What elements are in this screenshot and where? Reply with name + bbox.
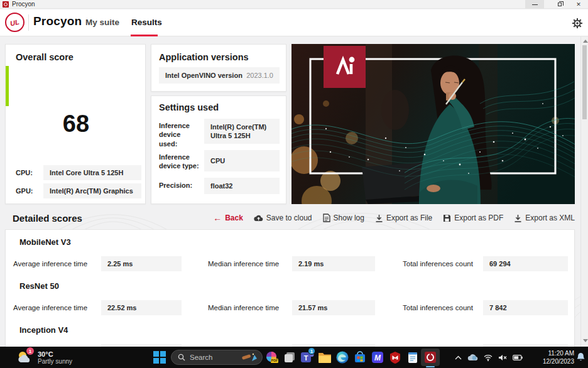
taskbar-app-mcafee[interactable] [388,350,403,365]
back-button[interactable]: ← Back [213,213,243,223]
search-placeholder: Search [190,354,236,361]
tab-results[interactable]: Results [131,18,162,27]
notification-bell-icon[interactable] [577,352,585,364]
onedrive-icon[interactable] [467,354,478,361]
taskbar-app-teams[interactable]: T 1 [300,350,315,365]
overall-score-card: Overall score 68 CPU: Intel Core Ultra 5… [5,44,146,204]
taskbar-app-edge[interactable] [335,350,350,365]
task-view-icon[interactable] [282,350,297,365]
inference-device-used-label: Inference device used: [159,121,200,148]
median-inference-value: 21.57 ms [292,300,375,315]
store-icon [353,350,367,364]
tab-my-suite[interactable]: My suite [85,18,119,27]
procyon-icon [424,351,437,364]
battery-icon[interactable] [513,355,523,360]
show-log-button[interactable]: Show log [323,214,364,222]
avg-inference-label: Average inference time [13,260,87,268]
window-title-bar: Procyon ✕ [0,0,588,9]
gpu-value-field: Intel(R) Arc(TM) Graphics [43,183,141,198]
restore-button[interactable] [550,0,569,9]
detailed-scores-title: Detailed scores [13,213,82,224]
search-box[interactable]: Search [171,350,263,365]
volume-muted-icon[interactable] [498,354,507,361]
avg-inference-value: 2.25 ms [101,256,182,271]
metric-row: Average inference time 2.25 ms Median in… [6,256,575,271]
wifi-icon[interactable] [484,354,493,361]
cpu-value-field: Intel Core Ultra 5 125H [43,165,141,180]
median-inference-label: Median inference time [208,260,279,268]
taskbar-clock[interactable]: 11:20 AM 12/20/2023 [535,349,574,365]
windows-taskbar: 1 30°C Partly sunny Search PDF T 1 [0,347,588,368]
taskbar-app-notepad[interactable] [405,350,420,365]
ai-logo-badge [324,46,366,88]
settings-used-card: Settings used Inference device used: Int… [151,95,286,204]
total-inferences-label: Total inferences count [403,304,473,311]
total-inferences-value: 7 842 [483,300,568,315]
weather-widget[interactable]: 1 30°C Partly sunny [16,349,111,366]
precision-field: float32 [204,178,280,194]
search-icon [178,354,185,361]
back-arrow-icon: ← [213,213,222,223]
download-icon [375,214,383,222]
export-as-pdf-button[interactable]: Export as PDF [443,214,503,222]
clock-date: 12/20/2023 [535,357,574,365]
inference-device-used-field: Intel(R) Core(TM) Ultra 5 125H [204,119,280,144]
overall-score-value: 68 [6,111,146,138]
taskbar-app-file-explorer[interactable] [317,350,332,365]
gear-icon[interactable] [572,18,583,29]
precision-label: Precision: [159,181,200,190]
model-name: ResNet 50 [19,281,59,291]
model-name: Inception V4 [19,325,68,335]
nav-divider [28,14,29,31]
folder-icon [318,350,332,364]
taskbar-app-designer[interactable]: PDF [264,350,279,365]
vertical-scrollbar[interactable] [580,36,588,347]
start-button[interactable] [153,351,166,364]
document-icon [323,214,330,222]
total-inferences-label: Total inferences count [403,260,473,268]
svg-text:T: T [304,354,308,362]
svg-text:PDF: PDF [271,359,278,362]
openvino-version-label: Intel OpenVINO version [165,72,242,79]
minimize-button[interactable] [525,0,544,9]
scrollbar-thumb[interactable] [582,45,587,119]
tray-chevron-icon[interactable] [455,355,462,360]
app-nav-bar: UL Procyon My suite Results [0,9,588,36]
notepad-icon [406,350,419,364]
hero-image [291,44,575,204]
teams-notification-badge: 1 [308,347,315,355]
application-versions-card: Application versions Intel OpenVINO vers… [151,44,286,92]
system-tray [455,347,536,368]
color-swirl-icon: PDF [264,350,278,364]
taskbar-app-procyon[interactable] [421,349,440,366]
ul-logo: UL [5,13,24,32]
save-to-cloud-button[interactable]: Save to cloud [254,214,312,222]
overall-score-title: Overall score [16,52,74,62]
inference-device-type-label: Inference device type: [159,153,200,171]
close-button[interactable]: ✕ [569,0,588,9]
inference-device-type-field: CPU [204,150,280,171]
application-versions-title: Application versions [159,52,249,62]
active-app-indicator [426,366,435,367]
download-icon [514,214,522,222]
gpu-label: GPU: [16,187,41,195]
m-app-icon: M [371,350,384,364]
weather-condition: Partly sunny [38,358,72,365]
ai-logo-icon [332,55,357,80]
edge-icon [335,350,349,364]
scrollbar-up-arrow[interactable] [583,40,588,43]
taskbar-app-m[interactable]: M [370,350,385,365]
median-inference-value: 2.19 ms [292,256,375,271]
action-bar: ← Back Save to cloud Show log Export as … [295,212,575,224]
scrollbar-down-arrow[interactable] [583,339,588,342]
weather-temp: 30°C [38,350,72,358]
mcafee-shield-icon [388,350,402,364]
model-name: MobileNet V3 [19,237,71,247]
clock-time: 11:20 AM [535,349,574,357]
export-as-xml-button[interactable]: Export as XML [514,214,575,222]
score-accent-bar [6,66,9,106]
taskbar-app-store[interactable] [352,350,368,365]
brand-title: Procyon [33,14,82,28]
export-as-file-button[interactable]: Export as File [375,214,432,222]
svg-text:M: M [374,354,381,362]
